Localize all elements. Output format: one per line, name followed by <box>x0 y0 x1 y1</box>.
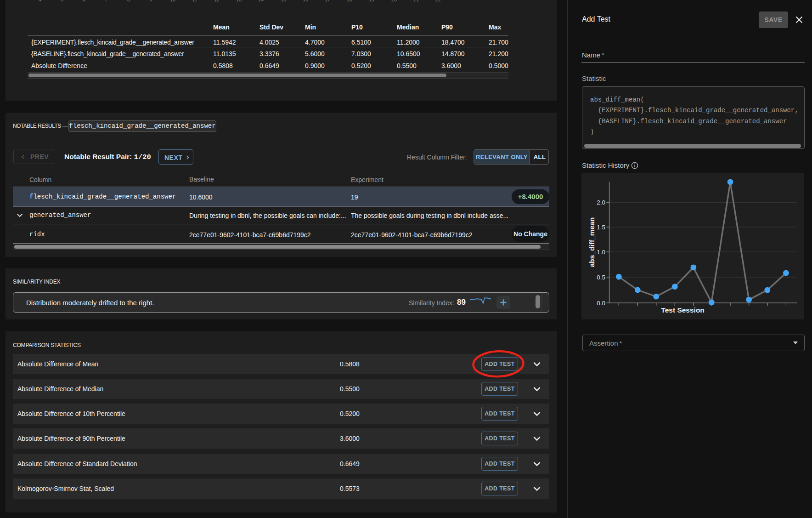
svg-text:0.5: 0.5 <box>597 274 605 281</box>
svg-text:1.5: 1.5 <box>597 224 605 231</box>
svg-text:2.0: 2.0 <box>597 199 605 206</box>
svg-text:0.0: 0.0 <box>597 300 605 307</box>
svg-text:abs_diff_mean: abs_diff_mean <box>588 217 596 268</box>
svg-text:Test Session: Test Session <box>661 306 704 314</box>
svg-text:1.0: 1.0 <box>597 249 605 256</box>
